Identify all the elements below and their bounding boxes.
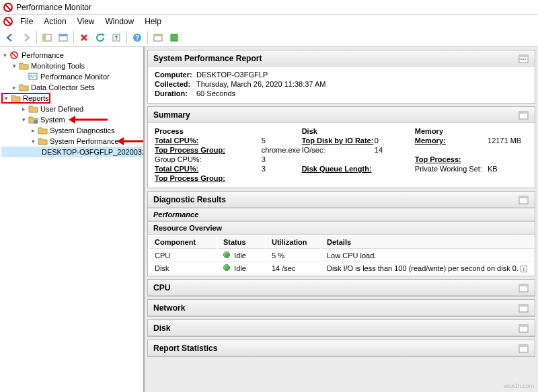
group-cpu-value: 3	[262, 155, 302, 163]
tree-data-collector-sets[interactable]: ▸ Data Collector Sets	[1, 82, 142, 93]
panel-header[interactable]: CPU	[148, 280, 535, 296]
back-button[interactable]	[3, 30, 17, 45]
total-cpu-link[interactable]: Total CPU%:	[155, 136, 262, 145]
calendar-icon[interactable]	[518, 54, 529, 63]
top-process-link[interactable]: Top Process:	[415, 155, 488, 163]
performance-subheader[interactable]: Performance	[148, 208, 535, 221]
tree-performance-monitor[interactable]: Performance Monitor	[1, 71, 142, 82]
panel-header[interactable]: Disk	[148, 320, 535, 336]
menu-bar: File Action View Window Help	[0, 15, 538, 28]
resource-overview-header[interactable]: Resource Overview	[148, 221, 535, 235]
export-button[interactable]	[109, 30, 124, 45]
summary-process-col: Process Total CPU%:5 Top Process Group:c…	[155, 127, 302, 184]
content-panel[interactable]: System Performance Report Computer:DESKT…	[145, 47, 538, 392]
resource-overview-table: Component Status Utilization Details CPU…	[148, 235, 535, 276]
cell-details: Low CPU load.	[321, 250, 533, 262]
calendar-icon[interactable]	[518, 303, 529, 313]
toolbar-separator	[147, 31, 148, 44]
tree-reports[interactable]: ▾ Reports	[1, 93, 50, 104]
calendar-icon[interactable]	[518, 195, 529, 204]
collected-value: Thursday, March 26, 2020 11:38:37 AM	[196, 80, 325, 88]
expander-icon[interactable]: ▾	[3, 95, 9, 102]
svg-rect-12	[154, 34, 162, 36]
menu-window[interactable]: Window	[100, 15, 140, 28]
panel-header[interactable]: System Performance Report	[148, 50, 535, 67]
col-status[interactable]: Status	[218, 236, 265, 249]
summary-memory-col: Memory Memory:12171 MB Top Process: Priv…	[415, 127, 528, 184]
tree-report-instance[interactable]: DESKTOP-O3FGFLP_20200326	[1, 147, 142, 157]
total-cpu2-link[interactable]: Total CPU%:	[155, 165, 262, 173]
network-section: Network	[147, 299, 535, 317]
expander-icon[interactable]: ▸	[11, 84, 17, 91]
pws-value: KB	[488, 165, 528, 173]
table-row[interactable]: Disk Idle14 /secDisk I/O is less than 10…	[149, 263, 533, 274]
cpu-section: CPU	[147, 279, 535, 297]
tree-monitoring-tools[interactable]: ▾ Monitoring Tools	[1, 61, 142, 71]
summary-disk-col: Disk Top Disk by IO Rate:0 IO/sec:14 Dis…	[302, 127, 415, 184]
top-process-group2-link[interactable]: Top Process Group:	[155, 174, 262, 182]
panel-header[interactable]: Report Statistics	[148, 340, 535, 356]
pws-label: Private Working Set:	[415, 165, 488, 173]
status-dot-icon	[223, 264, 230, 271]
toolbar-separator	[126, 31, 127, 44]
action-button[interactable]	[167, 30, 182, 45]
view-button[interactable]	[151, 30, 165, 45]
tree-label: System Diagnostics	[50, 126, 115, 134]
computer-label: Computer:	[155, 71, 196, 79]
calendar-icon[interactable]	[518, 323, 529, 333]
expander-icon[interactable]: ▾	[20, 116, 27, 123]
help-button[interactable]: ?	[130, 30, 145, 45]
total-cpu-value: 5	[262, 136, 302, 145]
expander-icon[interactable]: ▾	[1, 52, 8, 58]
expander-icon[interactable]: ▾	[11, 63, 17, 69]
tree-root[interactable]: ▾ Performance	[1, 50, 142, 61]
panel-header[interactable]: Summary	[148, 107, 535, 123]
forward-button[interactable]	[19, 30, 34, 45]
col-details[interactable]: Details	[321, 236, 533, 249]
svg-line-1	[5, 5, 11, 10]
calendar-icon[interactable]	[518, 110, 529, 120]
delete-button[interactable]	[77, 30, 91, 45]
memory-link[interactable]: Memory:	[415, 136, 488, 145]
expander-icon[interactable]: ▸	[30, 127, 36, 134]
top-process-group-link[interactable]: Top Process Group:	[155, 146, 262, 154]
toolbar: ?	[0, 28, 538, 47]
tree-label: System	[40, 116, 65, 124]
top-process-group-value: chrome.exe	[262, 146, 302, 154]
info-icon[interactable]: i	[521, 266, 527, 272]
svg-rect-24	[523, 58, 524, 60]
col-component[interactable]: Component	[149, 236, 217, 249]
svg-rect-22	[519, 55, 528, 57]
panel-header[interactable]: Diagnostic Results	[148, 192, 535, 208]
panel-title: CPU	[153, 283, 170, 292]
folder-icon	[38, 136, 48, 146]
tree-user-defined[interactable]: ▸ User Defined	[1, 104, 142, 114]
watermark: wsxdn.com	[504, 383, 534, 389]
tree-system-diagnostics[interactable]: ▸ System Diagnostics	[1, 125, 142, 136]
properties-button[interactable]	[56, 30, 71, 45]
menu-view[interactable]: View	[72, 15, 100, 28]
panel-header[interactable]: Network	[148, 300, 535, 316]
expander-icon[interactable]: ▾	[30, 138, 36, 145]
status-dot-icon	[223, 251, 230, 258]
disk-queue-link[interactable]: Disk Queue Length:	[302, 165, 375, 173]
window-title: Performance Monitor	[16, 3, 91, 12]
menu-action[interactable]: Action	[38, 15, 71, 28]
svg-text:?: ?	[135, 34, 139, 42]
refresh-button[interactable]	[93, 30, 108, 45]
calendar-icon[interactable]	[518, 283, 529, 292]
calendar-icon[interactable]	[518, 344, 529, 353]
tree-label: Data Collector Sets	[31, 83, 95, 91]
panel-title: System Performance Report	[153, 54, 262, 63]
expander-icon[interactable]: ▸	[20, 106, 27, 112]
menu-help[interactable]: Help	[139, 15, 167, 28]
folder-icon	[28, 104, 39, 114]
show-hide-button[interactable]	[40, 30, 54, 45]
top-disk-io-link[interactable]: Top Disk by IO Rate:	[302, 136, 375, 145]
table-row[interactable]: CPU Idle5 %Low CPU load.	[149, 250, 533, 262]
col-utilization[interactable]: Utilization	[266, 236, 320, 249]
svg-rect-29	[519, 196, 528, 198]
svg-point-17	[34, 120, 38, 124]
menu-file[interactable]: File	[15, 15, 38, 28]
panel-title: Report Statistics	[153, 344, 217, 353]
